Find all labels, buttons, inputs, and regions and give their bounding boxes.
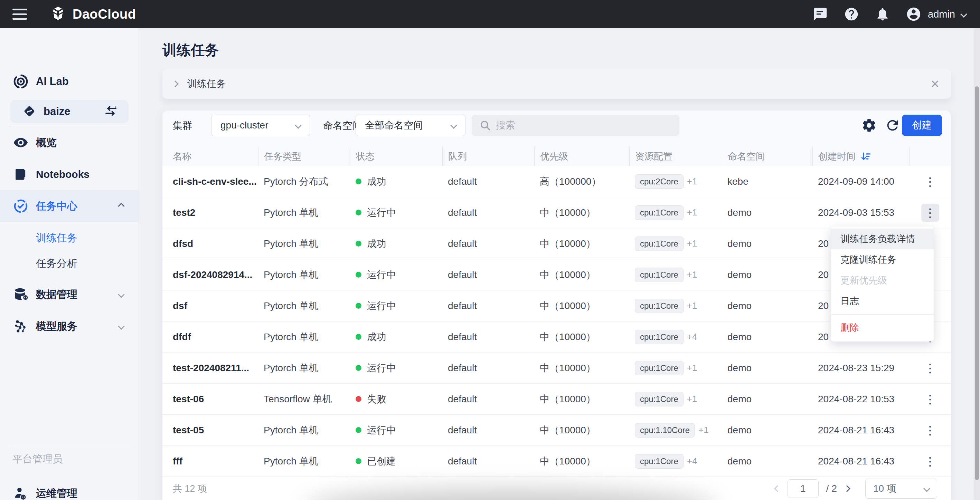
- context-menu-item[interactable]: 日志: [831, 291, 934, 311]
- resource-chip: cpu:1Core: [635, 330, 684, 344]
- total-pages: / 2: [826, 483, 837, 494]
- next-page-icon[interactable]: [843, 485, 850, 492]
- context-menu-item[interactable]: 克隆训练任务: [831, 249, 934, 270]
- cell-resources: cpu:1Core+1: [629, 268, 722, 282]
- row-actions-kebab-button[interactable]: ⋮: [921, 359, 939, 377]
- page-size-select[interactable]: 10 项: [865, 479, 937, 498]
- namespace-select[interactable]: 全部命名空间: [356, 115, 466, 136]
- cell-resources: cpu:1Core+1: [629, 205, 722, 220]
- cell-name: cli-sh-c-env-slee...: [162, 176, 258, 187]
- sidebar-item-model-service[interactable]: 模型服务: [0, 310, 139, 342]
- sidebar-item-task-analysis[interactable]: 任务分析: [0, 251, 139, 276]
- cell-queue: default: [442, 456, 534, 467]
- cell-task-type: Pytorch 分布式: [258, 175, 350, 188]
- cell-task-type: Pytorch 单机: [258, 330, 350, 344]
- row-actions-kebab-button[interactable]: ⋮: [921, 452, 939, 470]
- table-row[interactable]: test-05Pytorch 单机运行中default中（10000）cpu:1…: [162, 415, 951, 446]
- sort-descending-icon[interactable]: [860, 151, 872, 162]
- topbar: DaoCloud admin: [0, 0, 980, 28]
- page-number-input[interactable]: [788, 479, 819, 498]
- filter-bar: 集群 gpu-cluster 命名空间 全部命名空间: [162, 115, 951, 137]
- cell-name: fff: [162, 456, 258, 467]
- table-row[interactable]: test-202408211...Pytorch 单机运行中default中（1…: [162, 352, 951, 384]
- cell-priority: 中（10000）: [534, 330, 629, 344]
- breadcrumb[interactable]: 训练任务: [187, 77, 226, 90]
- scrollbar-thumb[interactable]: [975, 86, 979, 480]
- sidebar-section-platform-admin: 平台管理员: [13, 452, 62, 466]
- sidebar-item-ai-lab[interactable]: AI Lab: [0, 67, 139, 96]
- resource-extra-count: +4: [687, 456, 697, 466]
- cell-namespace: demo: [722, 269, 812, 280]
- hamburger-menu-icon[interactable]: [10, 7, 29, 21]
- context-menu-item[interactable]: 训练任务负载详情: [831, 229, 934, 249]
- sidebar-item-label: 任务中心: [36, 199, 77, 213]
- table-row[interactable]: fffPytorch 单机已创建default中（10000）cpu:1Core…: [162, 446, 951, 477]
- cell-priority: 中（10000）: [534, 268, 629, 281]
- cell-priority: 中（10000）: [534, 206, 629, 219]
- row-actions-kebab-button[interactable]: ⋮: [921, 390, 939, 408]
- resource-chip: cpu:1Core: [635, 268, 684, 282]
- table-row[interactable]: test-06Tensorflow 单机失败default中（10000）cpu…: [162, 384, 951, 415]
- cell-namespace: demo: [722, 425, 812, 436]
- prev-page-icon[interactable]: [774, 485, 781, 492]
- resource-extra-count: +1: [687, 238, 697, 249]
- create-button[interactable]: 创建: [902, 115, 942, 136]
- scrollbar-track[interactable]: [974, 28, 980, 500]
- resource-chip: cpu:1Core: [635, 299, 684, 313]
- sidebar-item-ops-management[interactable]: 运维管理: [0, 478, 139, 500]
- settings-gear-icon[interactable]: [861, 117, 877, 133]
- row-actions-kebab-button[interactable]: ⋮: [921, 204, 939, 222]
- status-dot: [356, 272, 361, 278]
- search-input[interactable]: [496, 120, 672, 131]
- cell-name: test2: [162, 207, 258, 218]
- cell-task-type: Tensorflow 单机: [258, 393, 350, 406]
- sidebar-item-data-management[interactable]: 数据管理: [0, 279, 139, 310]
- sidebar-item-training-tasks[interactable]: 训练任务: [0, 225, 139, 251]
- sidebar-item-overview[interactable]: 概览: [0, 127, 139, 159]
- cell-name: dfdf: [162, 332, 258, 343]
- workspace-selector[interactable]: baize: [10, 100, 129, 123]
- cell-resources: cpu:1Core+1: [629, 361, 722, 375]
- messages-icon[interactable]: [812, 6, 828, 22]
- resource-extra-count: +1: [687, 363, 697, 373]
- column-header[interactable]: 状态: [350, 147, 442, 166]
- column-header[interactable]: 创建时间: [812, 147, 909, 166]
- row-actions-kebab-button[interactable]: ⋮: [921, 173, 939, 190]
- sidebar-item-label: 运维管理: [36, 487, 77, 500]
- ops-management-icon: [13, 485, 29, 500]
- sidebar-item-notebooks[interactable]: Notebooks: [0, 159, 139, 190]
- user-menu[interactable]: admin: [906, 6, 966, 22]
- column-header[interactable]: 队列: [442, 147, 534, 166]
- table-footer: 共 12 项 / 2 10 项: [162, 477, 951, 500]
- cell-queue: default: [442, 269, 534, 280]
- close-icon[interactable]: ×: [931, 77, 939, 91]
- refresh-icon[interactable]: [885, 117, 900, 133]
- switch-workspace-icon[interactable]: [103, 104, 118, 119]
- task-center-icon: [13, 198, 29, 214]
- resource-extra-count: +1: [698, 425, 709, 435]
- cell-actions: ⋮: [909, 452, 951, 470]
- column-header[interactable]: 优先级: [534, 147, 629, 166]
- page-size-value: 10 项: [873, 482, 896, 495]
- sidebar-item-task-center[interactable]: 任务中心: [0, 190, 139, 222]
- help-icon[interactable]: [843, 6, 859, 22]
- table-row[interactable]: test2Pytorch 单机运行中default中（10000）cpu:1Co…: [162, 197, 951, 228]
- resource-chip: cpu:1.10Core: [635, 423, 695, 438]
- brand-name: DaoCloud: [73, 7, 136, 22]
- column-header[interactable]: 名称: [168, 147, 258, 166]
- column-header[interactable]: 命名空间: [722, 147, 812, 166]
- cell-name: test-06: [162, 394, 258, 405]
- cell-created-time: 2024-08-22 10:53: [812, 394, 909, 405]
- username: admin: [928, 9, 955, 20]
- row-actions-kebab-button[interactable]: ⋮: [921, 421, 939, 439]
- column-header[interactable]: 资源配置: [629, 147, 722, 166]
- sidebar-item-label: 训练任务: [36, 231, 77, 245]
- table-row[interactable]: cli-sh-c-env-slee...Pytorch 分布式成功default…: [162, 166, 951, 197]
- row-context-menu: 训练任务负载详情克隆训练任务更新优先级日志删除: [831, 227, 934, 341]
- context-menu-item[interactable]: 删除: [831, 317, 934, 338]
- notifications-bell-icon[interactable]: [875, 6, 891, 22]
- search-box: [472, 115, 679, 136]
- cluster-select[interactable]: gpu-cluster: [211, 115, 310, 136]
- column-header[interactable]: 任务类型: [258, 147, 350, 166]
- sidebar-item-label: 概览: [36, 136, 57, 150]
